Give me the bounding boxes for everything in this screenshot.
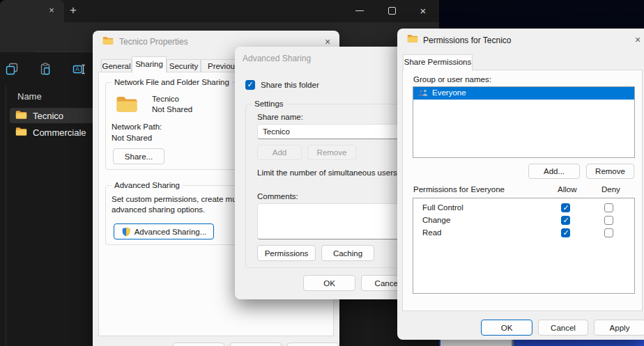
shared-item-name: Tecnico	[152, 95, 179, 103]
add-button[interactable]: Add...	[528, 164, 580, 179]
footer-button-2[interactable]	[230, 343, 282, 346]
network-path-value: Not Shared	[112, 134, 152, 142]
svg-text:A: A	[75, 65, 79, 72]
background-window-edge	[440, 340, 514, 346]
file-name: Tecnico	[33, 111, 63, 121]
group-user-list[interactable]: Everyone	[413, 86, 635, 158]
footer-button-1[interactable]	[173, 343, 224, 346]
dialog-title: Permissions for Tecnico	[423, 36, 512, 45]
advanced-sharing-dialog: Advanced Sharing Share this folder Setti…	[235, 47, 413, 299]
name-column-header[interactable]: Name	[17, 91, 42, 102]
permissions-for-label: Permissions for Everyone	[413, 185, 505, 194]
explorer-tab-bar: × + ×	[0, 0, 439, 22]
limit-users-label: Limit the number of simultaneous users t…	[257, 168, 408, 177]
folder-icon	[102, 36, 114, 47]
allow-column-header: Allow	[558, 185, 576, 194]
list-item-everyone[interactable]: Everyone	[413, 87, 634, 100]
share-this-folder-checkbox[interactable]	[245, 80, 255, 90]
group-users-icon	[417, 88, 429, 99]
copy-icon[interactable]	[4, 61, 20, 78]
ok-button[interactable]: OK	[481, 320, 532, 336]
group-or-user-names-label: Group or user names:	[413, 75, 491, 84]
advanced-sharing-button-label: Advanced Sharing...	[135, 228, 207, 236]
folder-icon	[15, 110, 27, 121]
remove-button[interactable]: Remove	[586, 164, 634, 179]
close-icon[interactable]: ×	[631, 33, 644, 46]
share-name-label: Share name:	[257, 113, 303, 121]
allow-checkbox[interactable]	[561, 203, 570, 212]
tab-share-permissions[interactable]: Share Permissions	[403, 54, 473, 71]
folder-icon	[407, 34, 418, 45]
maximize-icon[interactable]	[388, 7, 396, 15]
tab-security[interactable]: Security	[167, 59, 201, 73]
permission-name: Read	[422, 228, 442, 237]
ok-button[interactable]: OK	[303, 275, 355, 291]
share-button[interactable]: Share...	[113, 148, 164, 164]
advanced-sharing-button[interactable]: Advanced Sharing...	[114, 223, 214, 239]
deny-column-header: Deny	[601, 185, 620, 194]
dialog-title: Tecnico Properties	[119, 37, 188, 47]
remove-share-button[interactable]: Remove	[307, 145, 356, 160]
permissions-list[interactable]: Full Control Change Read	[413, 198, 635, 294]
permissions-dialog: Permissions for Tecnico × Share Permissi…	[397, 29, 644, 340]
footer-button-3[interactable]	[287, 343, 339, 346]
comments-textarea[interactable]	[257, 203, 401, 239]
share-this-folder-label: Share this folder	[261, 81, 319, 89]
allow-checkbox[interactable]	[561, 228, 570, 237]
caching-button[interactable]: Caching	[321, 245, 374, 261]
new-tab-button[interactable]: +	[64, 0, 82, 22]
uac-shield-icon	[121, 227, 131, 237]
group-legend: Network File and Folder Sharing	[112, 78, 232, 86]
deny-checkbox[interactable]	[604, 203, 613, 212]
share-permissions-page: Group or user names: Everyone Add... Rem…	[402, 70, 643, 311]
dialog-title: Advanced Sharing	[243, 54, 311, 63]
file-name: Commerciale	[33, 127, 86, 138]
minimize-icon[interactable]	[355, 10, 364, 11]
settings-group: Settings Share name: Add Remove Limit th…	[245, 104, 407, 268]
shared-item-status: Not Shared	[152, 105, 192, 113]
apply-button[interactable]: Apply	[594, 320, 644, 336]
group-legend: Advanced Sharing	[112, 181, 183, 189]
tab-sharing[interactable]: Sharing	[132, 56, 167, 73]
permission-name: Full Control	[422, 203, 463, 212]
explorer-tab[interactable]: ×	[0, 0, 64, 22]
deny-checkbox[interactable]	[604, 228, 613, 237]
comments-label: Comments:	[257, 192, 298, 200]
group-name: Everyone	[432, 88, 466, 97]
rename-icon[interactable]: A	[71, 61, 86, 78]
deny-checkbox[interactable]	[604, 216, 613, 225]
folder-icon	[116, 95, 138, 115]
group-legend: Settings	[252, 100, 286, 108]
add-share-button[interactable]: Add	[257, 145, 302, 160]
folder-icon	[15, 127, 27, 138]
tab-general[interactable]: General	[101, 59, 132, 73]
permissions-button[interactable]: Permissions	[257, 245, 316, 261]
permission-name: Change	[422, 216, 450, 224]
share-name-input[interactable]	[257, 124, 401, 139]
pane-divider[interactable]	[6, 86, 6, 346]
window-close-icon[interactable]: ×	[417, 4, 429, 18]
network-path-label: Network Path:	[112, 123, 162, 131]
allow-checkbox[interactable]	[561, 216, 570, 225]
cancel-button[interactable]: Cancel	[538, 320, 588, 336]
paste-icon[interactable]	[38, 61, 53, 78]
tab-close-icon[interactable]: ×	[46, 5, 57, 16]
advanced-description-line2: advanced sharing options.	[112, 205, 205, 214]
